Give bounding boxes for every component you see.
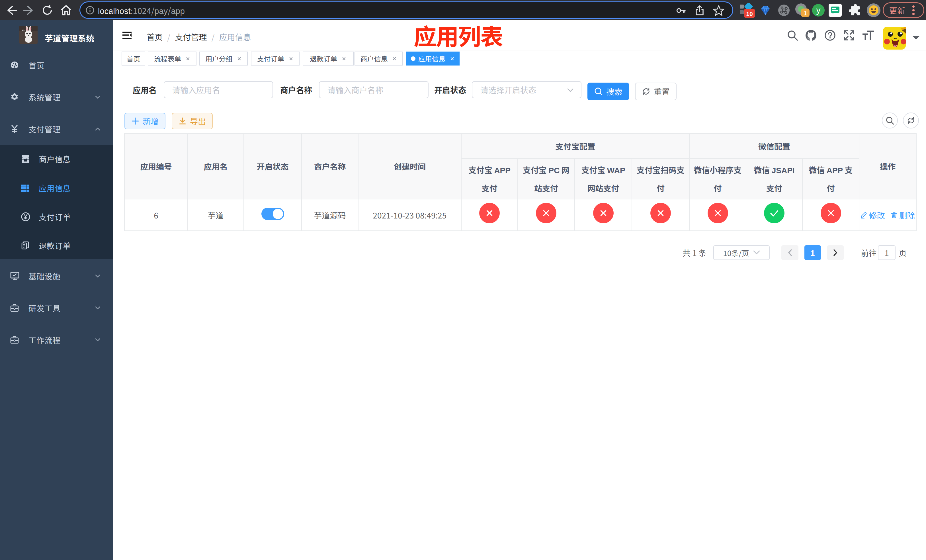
svg-text:y: y <box>816 5 821 15</box>
